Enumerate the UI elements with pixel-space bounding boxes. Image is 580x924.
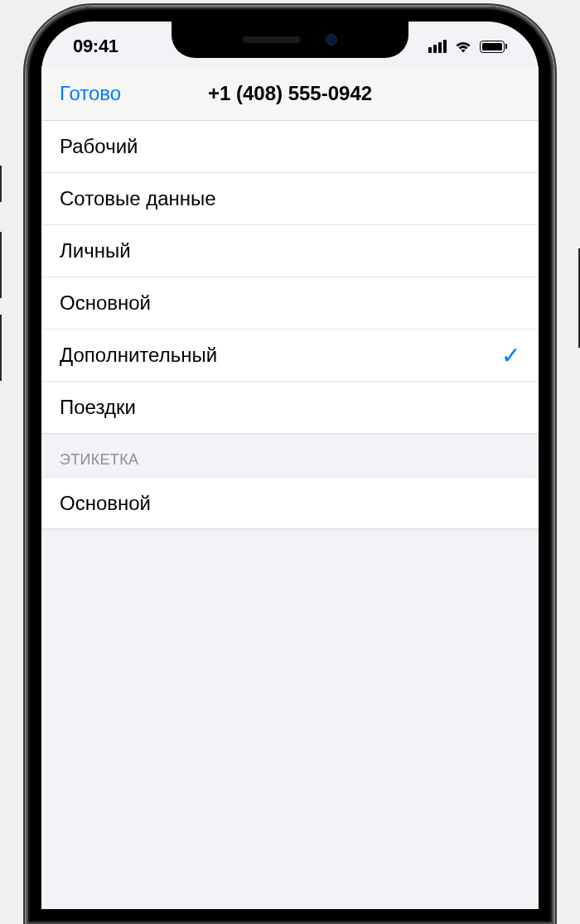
- label-option-primary[interactable]: Основной: [41, 277, 539, 330]
- cellular-signal-icon: [428, 40, 447, 53]
- label-option-personal[interactable]: Личный: [41, 225, 539, 277]
- label-option-travel[interactable]: Поездки: [41, 382, 539, 434]
- label-text: Сотовые данные: [60, 187, 216, 210]
- label-option-secondary[interactable]: Дополнительный ✓: [41, 330, 539, 382]
- label-text: Основной: [60, 291, 151, 315]
- custom-label-text: Основной: [60, 492, 151, 515]
- label-text: Рабочий: [60, 135, 138, 158]
- wifi-icon: [453, 39, 473, 54]
- label-text: Поездки: [60, 396, 136, 419]
- phone-body: 09:41: [27, 7, 553, 924]
- label-options-list: Рабочий Сотовые данные Личный Основной Д…: [41, 121, 539, 434]
- custom-label-item[interactable]: Основной: [41, 477, 539, 529]
- label-text: Дополнительный: [60, 344, 217, 367]
- side-button-silent: [0, 166, 2, 202]
- screen: 09:41: [41, 22, 539, 909]
- status-icons: [428, 39, 507, 54]
- custom-label-section: Основной: [41, 477, 539, 529]
- label-option-work[interactable]: Рабочий: [41, 121, 539, 173]
- label-text: Личный: [60, 239, 131, 262]
- nav-title: +1 (408) 555-0942: [208, 82, 372, 105]
- front-camera: [326, 34, 337, 46]
- phone-frame: 09:41: [0, 0, 580, 924]
- bottom-area: [41, 529, 539, 909]
- checkmark-icon: ✓: [501, 342, 520, 369]
- content: Рабочий Сотовые данные Личный Основной Д…: [41, 121, 539, 909]
- notch: [172, 22, 408, 58]
- custom-label-section-header: ЭТИКЕТКА: [60, 451, 138, 469]
- section-spacer: ЭТИКЕТКА: [41, 434, 539, 477]
- done-button[interactable]: Готово: [60, 82, 121, 105]
- nav-bar: Готово +1 (408) 555-0942: [41, 66, 539, 121]
- side-button-volume-down: [0, 315, 2, 381]
- label-option-cellular-data[interactable]: Сотовые данные: [41, 173, 539, 225]
- status-time: 09:41: [73, 36, 118, 57]
- side-button-volume-up: [0, 232, 2, 298]
- speaker-grille: [243, 36, 301, 43]
- battery-icon: [480, 41, 507, 53]
